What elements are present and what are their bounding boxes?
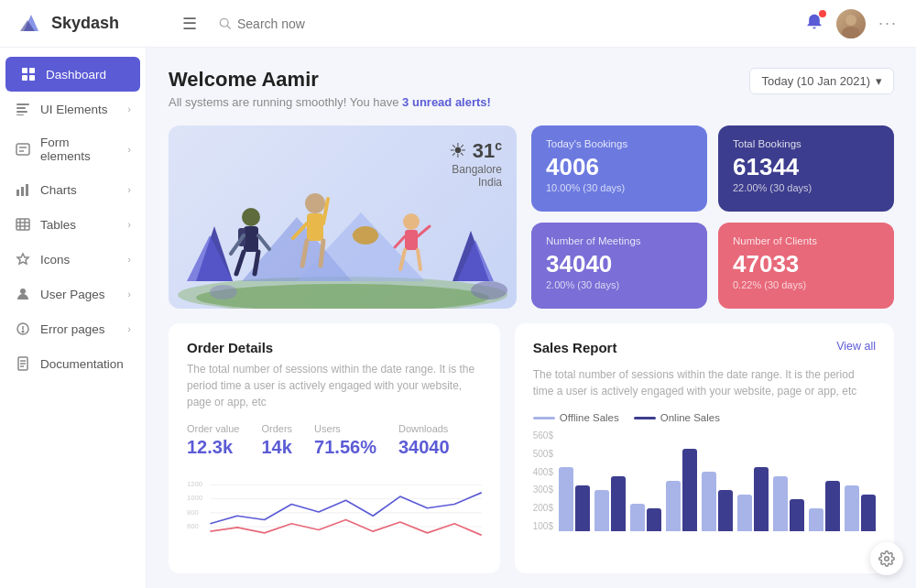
view-all-link[interactable]: View all — [836, 340, 876, 353]
legend-label-offline: Offline Sales — [560, 412, 619, 423]
stat-label: Total Bookings — [733, 138, 879, 149]
sidebar-item-dashboard[interactable]: Dashboard — [5, 57, 140, 92]
sales-desc: The total number of sessions within the … — [533, 366, 876, 399]
stat-label: Number of Meetings — [546, 235, 692, 246]
svg-rect-20 — [16, 219, 29, 230]
bar-chart — [559, 430, 876, 531]
chevron-right-icon: › — [127, 289, 131, 299]
user-avatar[interactable] — [836, 9, 866, 38]
sales-header: Sales Report View all — [533, 340, 876, 361]
svg-rect-6 — [22, 68, 27, 73]
bar-light — [845, 485, 859, 531]
stat-sub: 0.22% (30 days) — [733, 279, 879, 290]
top-row: ☀ 31c Bangalore India — [169, 125, 894, 309]
order-stat-downloads: Downloads 34040 — [398, 423, 450, 458]
logo-icon — [18, 11, 44, 37]
svg-rect-50 — [307, 213, 323, 241]
order-stat-label: Users — [314, 423, 376, 434]
bar-light — [702, 472, 716, 531]
order-stat-number: 14k — [261, 437, 292, 458]
svg-marker-37 — [187, 235, 233, 281]
bar-group — [630, 504, 661, 531]
legend-online: Online Sales — [634, 412, 720, 423]
order-stat-value: Order value 12.3k — [187, 423, 239, 458]
more-options-icon[interactable]: ··· — [878, 14, 898, 33]
sidebar-item-tables[interactable]: Tables › — [0, 207, 146, 242]
stat-value: 34040 — [546, 252, 692, 276]
bar-group — [559, 467, 590, 531]
sidebar-item-user-pages[interactable]: User Pages › — [0, 277, 146, 311]
logo-text: Skydash — [51, 14, 119, 33]
search-area[interactable] — [219, 16, 494, 31]
sidebar-item-form-elements[interactable]: Form elements › — [0, 126, 146, 172]
stat-card-total-bookings: Total Bookings 61344 22.00% (30 days) — [718, 125, 894, 212]
sales-report-card: Sales Report View all The total number o… — [515, 323, 894, 573]
sidebar-item-documentation[interactable]: Documentation — [0, 346, 146, 381]
svg-rect-43 — [244, 226, 258, 252]
stat-sub: 2.00% (30 days) — [546, 279, 692, 290]
order-stat-number: 12.3k — [187, 437, 239, 458]
svg-line-48 — [258, 235, 269, 249]
svg-text:800: 800 — [187, 508, 199, 517]
svg-point-29 — [22, 331, 24, 332]
svg-rect-7 — [29, 68, 35, 73]
hamburger-icon[interactable]: ☰ — [175, 10, 204, 38]
settings-icon — [878, 550, 895, 567]
svg-point-42 — [242, 208, 260, 226]
svg-rect-9 — [29, 75, 35, 81]
svg-rect-12 — [16, 111, 27, 113]
svg-rect-8 — [22, 75, 27, 81]
order-details-card: Order Details The total number of sessio… — [169, 323, 500, 573]
bar-group — [737, 467, 769, 531]
bar-dark — [790, 499, 804, 531]
alert-link[interactable]: 3 unread alerts! — [402, 95, 491, 109]
bar-light — [773, 476, 788, 531]
bar-dark — [825, 481, 840, 531]
svg-line-60 — [395, 236, 405, 247]
svg-point-72 — [885, 557, 889, 561]
bar-light — [666, 481, 681, 531]
sidebar-item-charts[interactable]: Charts › — [0, 172, 146, 207]
page-title: Welcome Aamir — [169, 68, 491, 92]
top-navigation: Skydash ☰ ··· — [0, 0, 916, 48]
sidebar-item-icons[interactable]: Icons › — [0, 242, 146, 277]
chevron-right-icon: › — [127, 144, 131, 155]
bar-group — [666, 449, 697, 531]
sidebar-item-error-pages[interactable]: Error pages › — [0, 311, 146, 346]
svg-line-61 — [418, 226, 430, 236]
stat-cards: Today's Bookings 4006 10.00% (30 days) T… — [531, 125, 894, 309]
order-stat-label: Downloads — [398, 423, 450, 434]
svg-line-52 — [321, 241, 323, 266]
search-input[interactable] — [237, 16, 420, 31]
bar-light — [594, 490, 609, 531]
chevron-down-icon: ▾ — [876, 74, 882, 88]
chart-legend: Offline Sales Online Sales — [533, 412, 876, 423]
bar-group — [773, 476, 804, 531]
notification-bell[interactable] — [805, 13, 823, 35]
settings-fab[interactable] — [870, 542, 903, 575]
search-icon — [219, 17, 232, 30]
svg-text:600: 600 — [187, 522, 199, 530]
legend-offline: Offline Sales — [533, 412, 619, 423]
stat-sub: 22.00% (30 days) — [733, 182, 879, 193]
sidebar-item-label: User Pages — [40, 288, 118, 301]
nav-right: ··· — [805, 9, 898, 38]
sidebar-item-label: Form elements — [40, 136, 118, 163]
order-stat-number: 34040 — [398, 437, 450, 458]
bar-dark — [611, 476, 626, 531]
stat-card-clients: Number of Clients 47033 0.22% (30 days) — [718, 223, 894, 309]
date-picker[interactable]: Today (10 Jan 2021) ▾ — [749, 68, 894, 94]
dashboard-icon — [20, 66, 37, 82]
ui-elements-icon — [15, 101, 31, 117]
legend-dot-offline — [533, 417, 555, 419]
hero-card: ☀ 31c Bangalore India — [169, 125, 517, 309]
bar-dark — [682, 449, 697, 531]
svg-line-3 — [227, 26, 230, 28]
main-content: Welcome Aamir All systems are running sm… — [147, 48, 916, 588]
bar-group — [594, 476, 626, 531]
order-details-desc: The total number of sessions within the … — [187, 361, 482, 410]
legend-dot-online — [634, 417, 656, 419]
sidebar-item-ui-elements[interactable]: UI Elements › — [0, 92, 146, 126]
hero-illustration — [169, 162, 517, 309]
stat-sub: 10.00% (30 days) — [546, 182, 692, 193]
